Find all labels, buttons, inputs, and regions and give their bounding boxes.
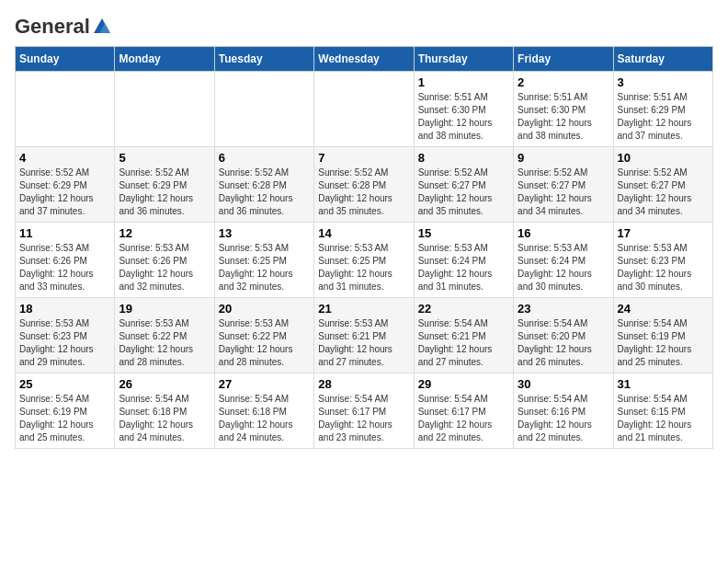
day-number: 30 xyxy=(518,377,609,391)
day-number: 8 xyxy=(418,151,509,165)
calendar-header-tuesday: Tuesday xyxy=(214,47,313,72)
day-info: Sunrise: 5:52 AMSunset: 6:29 PMDaylight:… xyxy=(19,167,110,218)
day-number: 1 xyxy=(418,75,509,89)
day-number: 2 xyxy=(518,75,609,89)
calendar-week-row: 18Sunrise: 5:53 AMSunset: 6:23 PMDayligh… xyxy=(16,298,713,373)
day-number: 11 xyxy=(19,226,110,240)
calendar-cell: 18Sunrise: 5:53 AMSunset: 6:23 PMDayligh… xyxy=(16,298,115,373)
logo-general-text: General xyxy=(15,15,90,39)
day-number: 7 xyxy=(318,151,409,165)
day-number: 15 xyxy=(418,226,509,240)
day-number: 14 xyxy=(318,226,409,240)
day-number: 17 xyxy=(618,226,709,240)
day-number: 18 xyxy=(19,302,110,316)
calendar-cell: 29Sunrise: 5:54 AMSunset: 6:17 PMDayligh… xyxy=(414,373,513,449)
day-info: Sunrise: 5:54 AMSunset: 6:19 PMDaylight:… xyxy=(618,317,709,369)
calendar-cell: 10Sunrise: 5:52 AMSunset: 6:27 PMDayligh… xyxy=(613,147,712,223)
calendar-week-row: 1Sunrise: 5:51 AMSunset: 6:30 PMDaylight… xyxy=(16,72,713,147)
calendar-header-sunday: Sunday xyxy=(16,47,115,72)
day-number: 3 xyxy=(618,75,709,89)
day-number: 28 xyxy=(318,377,409,391)
calendar-header-wednesday: Wednesday xyxy=(314,47,414,72)
day-info: Sunrise: 5:51 AMSunset: 6:30 PMDaylight:… xyxy=(518,91,609,143)
day-info: Sunrise: 5:52 AMSunset: 6:27 PMDaylight:… xyxy=(418,167,509,218)
calendar-header-monday: Monday xyxy=(115,47,214,72)
calendar-week-row: 11Sunrise: 5:53 AMSunset: 6:26 PMDayligh… xyxy=(16,223,713,298)
day-info: Sunrise: 5:54 AMSunset: 6:21 PMDaylight:… xyxy=(418,317,509,369)
day-info: Sunrise: 5:54 AMSunset: 6:18 PMDaylight:… xyxy=(219,393,310,444)
day-info: Sunrise: 5:52 AMSunset: 6:27 PMDaylight:… xyxy=(518,167,609,218)
day-info: Sunrise: 5:51 AMSunset: 6:29 PMDaylight:… xyxy=(618,91,709,143)
calendar-cell: 26Sunrise: 5:54 AMSunset: 6:18 PMDayligh… xyxy=(115,373,214,449)
day-info: Sunrise: 5:52 AMSunset: 6:27 PMDaylight:… xyxy=(618,167,709,218)
calendar-cell: 24Sunrise: 5:54 AMSunset: 6:19 PMDayligh… xyxy=(613,298,712,373)
page-header: General xyxy=(15,15,713,35)
calendar-week-row: 25Sunrise: 5:54 AMSunset: 6:19 PMDayligh… xyxy=(16,373,713,449)
calendar-cell: 9Sunrise: 5:52 AMSunset: 6:27 PMDaylight… xyxy=(514,147,613,223)
day-number: 24 xyxy=(618,302,709,316)
day-number: 4 xyxy=(19,151,110,165)
calendar-cell: 12Sunrise: 5:53 AMSunset: 6:26 PMDayligh… xyxy=(115,223,214,298)
day-number: 6 xyxy=(219,151,310,165)
calendar-cell: 19Sunrise: 5:53 AMSunset: 6:22 PMDayligh… xyxy=(115,298,214,373)
calendar-cell: 5Sunrise: 5:52 AMSunset: 6:29 PMDaylight… xyxy=(115,147,214,223)
calendar-cell: 1Sunrise: 5:51 AMSunset: 6:30 PMDaylight… xyxy=(414,72,513,147)
calendar-cell: 7Sunrise: 5:52 AMSunset: 6:28 PMDaylight… xyxy=(314,147,414,223)
calendar-cell: 13Sunrise: 5:53 AMSunset: 6:25 PMDayligh… xyxy=(214,223,313,298)
day-number: 13 xyxy=(219,226,310,240)
day-number: 23 xyxy=(518,302,609,316)
day-number: 20 xyxy=(219,302,310,316)
day-info: Sunrise: 5:53 AMSunset: 6:21 PMDaylight:… xyxy=(318,317,409,369)
calendar-cell: 28Sunrise: 5:54 AMSunset: 6:17 PMDayligh… xyxy=(314,373,414,449)
day-info: Sunrise: 5:54 AMSunset: 6:18 PMDaylight:… xyxy=(119,393,210,444)
calendar-cell xyxy=(314,72,414,147)
day-number: 29 xyxy=(418,377,509,391)
day-number: 5 xyxy=(119,151,210,165)
calendar-cell xyxy=(214,72,313,147)
day-info: Sunrise: 5:53 AMSunset: 6:22 PMDaylight:… xyxy=(119,317,210,369)
day-number: 21 xyxy=(318,302,409,316)
day-number: 16 xyxy=(518,226,609,240)
calendar-cell: 21Sunrise: 5:53 AMSunset: 6:21 PMDayligh… xyxy=(314,298,414,373)
day-info: Sunrise: 5:51 AMSunset: 6:30 PMDaylight:… xyxy=(418,91,509,143)
day-info: Sunrise: 5:52 AMSunset: 6:28 PMDaylight:… xyxy=(219,167,310,218)
calendar-cell: 31Sunrise: 5:54 AMSunset: 6:15 PMDayligh… xyxy=(613,373,712,449)
day-info: Sunrise: 5:54 AMSunset: 6:17 PMDaylight:… xyxy=(418,393,509,444)
day-info: Sunrise: 5:53 AMSunset: 6:25 PMDaylight:… xyxy=(219,242,310,293)
calendar-header-saturday: Saturday xyxy=(613,47,712,72)
day-number: 19 xyxy=(119,302,210,316)
day-number: 26 xyxy=(119,377,210,391)
calendar-cell: 4Sunrise: 5:52 AMSunset: 6:29 PMDaylight… xyxy=(16,147,115,223)
day-number: 25 xyxy=(19,377,110,391)
calendar-header-thursday: Thursday xyxy=(414,47,513,72)
calendar-cell: 25Sunrise: 5:54 AMSunset: 6:19 PMDayligh… xyxy=(16,373,115,449)
day-info: Sunrise: 5:53 AMSunset: 6:24 PMDaylight:… xyxy=(418,242,509,293)
day-info: Sunrise: 5:53 AMSunset: 6:23 PMDaylight:… xyxy=(618,242,709,293)
day-info: Sunrise: 5:53 AMSunset: 6:22 PMDaylight:… xyxy=(219,317,310,369)
day-number: 10 xyxy=(618,151,709,165)
day-number: 12 xyxy=(119,226,210,240)
day-info: Sunrise: 5:54 AMSunset: 6:16 PMDaylight:… xyxy=(518,393,609,444)
day-info: Sunrise: 5:53 AMSunset: 6:25 PMDaylight:… xyxy=(318,242,409,293)
calendar-cell: 15Sunrise: 5:53 AMSunset: 6:24 PMDayligh… xyxy=(414,223,513,298)
day-info: Sunrise: 5:53 AMSunset: 6:23 PMDaylight:… xyxy=(19,317,110,369)
day-info: Sunrise: 5:54 AMSunset: 6:19 PMDaylight:… xyxy=(19,393,110,444)
calendar-cell: 22Sunrise: 5:54 AMSunset: 6:21 PMDayligh… xyxy=(414,298,513,373)
day-info: Sunrise: 5:54 AMSunset: 6:20 PMDaylight:… xyxy=(518,317,609,369)
calendar-table: SundayMondayTuesdayWednesdayThursdayFrid… xyxy=(15,46,713,449)
day-number: 9 xyxy=(518,151,609,165)
calendar-cell: 20Sunrise: 5:53 AMSunset: 6:22 PMDayligh… xyxy=(214,298,313,373)
logo: General xyxy=(15,15,112,35)
day-info: Sunrise: 5:53 AMSunset: 6:26 PMDaylight:… xyxy=(119,242,210,293)
day-info: Sunrise: 5:53 AMSunset: 6:24 PMDaylight:… xyxy=(518,242,609,293)
calendar-cell: 30Sunrise: 5:54 AMSunset: 6:16 PMDayligh… xyxy=(514,373,613,449)
calendar-cell: 3Sunrise: 5:51 AMSunset: 6:29 PMDaylight… xyxy=(613,72,712,147)
calendar-cell xyxy=(115,72,214,147)
calendar-cell: 6Sunrise: 5:52 AMSunset: 6:28 PMDaylight… xyxy=(214,147,313,223)
logo-icon xyxy=(92,17,112,37)
calendar-cell: 11Sunrise: 5:53 AMSunset: 6:26 PMDayligh… xyxy=(16,223,115,298)
calendar-cell: 16Sunrise: 5:53 AMSunset: 6:24 PMDayligh… xyxy=(514,223,613,298)
calendar-header-row: SundayMondayTuesdayWednesdayThursdayFrid… xyxy=(16,47,713,72)
day-info: Sunrise: 5:52 AMSunset: 6:29 PMDaylight:… xyxy=(119,167,210,218)
day-info: Sunrise: 5:53 AMSunset: 6:26 PMDaylight:… xyxy=(19,242,110,293)
